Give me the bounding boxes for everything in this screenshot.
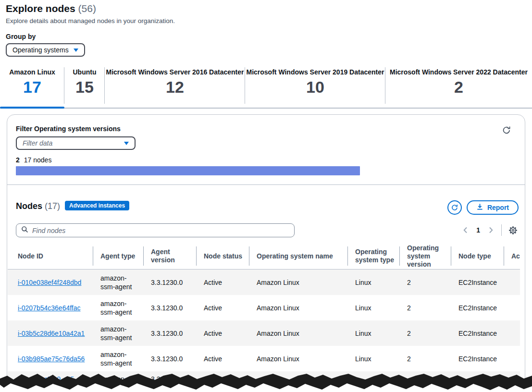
chevron-down-icon	[124, 142, 129, 145]
os-tab-count: 10	[306, 78, 324, 96]
cell-os-type: Linux	[347, 346, 399, 371]
cell-account	[504, 320, 520, 346]
cell-agent-type: amazon-ssm-agent	[93, 320, 143, 346]
chevron-down-icon	[74, 49, 78, 52]
nodes-actions: Report	[447, 200, 519, 215]
column-header-operating-system-version: Operating system version	[399, 243, 451, 269]
cell-os-type: Linux	[347, 270, 399, 295]
os-tab-microsoft-windows-server-2022-datacenter[interactable]: Microsoft Windows Server 2022 Datacenter…	[385, 65, 532, 108]
cell-os-name: Amazon Linux	[249, 320, 347, 346]
section-divider	[7, 184, 525, 185]
download-icon	[476, 203, 483, 212]
cell-os-type	[347, 371, 399, 375]
os-tab-microsoft-windows-server-2019-datacenter[interactable]: Microsoft Windows Server 2019 Datacenter…	[245, 65, 385, 108]
cell-node-type: EC2Instance	[451, 320, 504, 346]
search-input[interactable]	[32, 227, 289, 234]
cell-os-name: Amazon Linux	[249, 270, 347, 295]
find-nodes-search[interactable]	[16, 223, 295, 237]
os-tab-count: 15	[75, 78, 94, 96]
os-tab-label: Microsoft Windows Server 2016 Datacenter	[106, 68, 244, 76]
table-header-row: Node IDAgent typeAgent versionNode statu…	[8, 243, 520, 270]
os-tab-count: 12	[166, 78, 184, 96]
cell-agent-type: amazon-ssm-agent	[93, 295, 143, 320]
node-id-link[interactable]: i-0207b54c36e64ffac	[18, 304, 81, 312]
refresh-icon[interactable]	[502, 125, 511, 137]
bar-legend: 217 nodes	[16, 156, 51, 164]
column-header-node-type: Node type	[451, 243, 504, 269]
cell-agent-version: 3.3.1230.0	[143, 346, 196, 371]
group-by-label: Group by	[6, 33, 36, 40]
cell-node-id: i-03b5c28d6e10a42a1	[8, 320, 93, 346]
node-id-link[interactable]: i-03b985ae75c76da56	[18, 355, 85, 363]
cell-os-name	[249, 371, 347, 375]
node-id-link[interactable]: i-010e038ef4f248dbd	[18, 278, 81, 287]
table-row: i-03b5c28d6e10a42a1amazon-ssm-agent3.3.1…	[8, 320, 520, 346]
cell-node-status: Active	[196, 346, 249, 371]
node-id-link-fragment[interactable]: 38fbc5	[31, 375, 51, 383]
cell-os-version	[399, 371, 451, 375]
group-by-select[interactable]: Operating systems	[6, 43, 85, 57]
filter-data-select[interactable]: Filter data	[16, 136, 136, 150]
cell-agent-type: amazon-ssm-agent	[93, 270, 143, 295]
column-header-operating-system-type: Operating system type	[347, 243, 399, 269]
cell-agent-version: 3.3.1230.0	[143, 295, 196, 320]
cell-account	[504, 270, 520, 295]
cell-node-status: Active	[196, 320, 249, 346]
node-id-link-fragment[interactable]: i-0	[18, 375, 25, 383]
node-id-link-fragment[interactable]: 05	[66, 375, 74, 383]
cell-agent-version: 3.3.1230.0	[143, 320, 196, 346]
gear-icon[interactable]	[507, 225, 519, 236]
group-by-select-value: Operating systems	[12, 46, 69, 54]
cell-node-type: EC2Instance	[451, 295, 504, 320]
page-subtitle: Explore details about managed nodes in y…	[6, 17, 175, 24]
table-row: i-0207b54c36e64ffacamazon-ssm-agent3.3.1…	[8, 295, 520, 320]
cell-os-name: Amazon Linux	[249, 295, 347, 320]
filter-section-title: Filter Operating system versions	[16, 125, 121, 133]
os-tab-microsoft-windows-server-2016-datacenter[interactable]: Microsoft Windows Server 2016 Datacenter…	[105, 65, 245, 108]
page-title: Explore nodes (56)	[6, 3, 96, 14]
cell-os-version: 2	[399, 295, 451, 320]
refresh-button[interactable]	[447, 200, 462, 215]
os-tab-label: Amazon Linux	[9, 68, 55, 76]
nodes-section-title: Nodes (17)Advanced instances	[16, 201, 129, 212]
explore-nodes-page: Explore nodes (56) Explore details about…	[0, 0, 532, 392]
previous-page-button[interactable]	[461, 225, 470, 235]
cell-node-id: i-0207b54c36e64ffac	[8, 295, 93, 320]
cell-os-version: 2	[399, 320, 451, 346]
cell-node-id: i-010e038ef4f248dbd	[8, 270, 93, 295]
column-header-agent-type: Agent type	[93, 243, 143, 269]
cell-agent-version: 3.3.1	[143, 371, 196, 383]
next-page-button[interactable]	[486, 225, 495, 235]
active-tab-underline	[0, 107, 64, 109]
cell-agent-version: 3.3.1230.0	[143, 270, 196, 295]
table-row: i-010e038ef4f248dbdamazon-ssm-agent3.3.1…	[8, 270, 520, 295]
node-id-link[interactable]: i-03b5c28d6e10a42a1	[18, 329, 85, 338]
column-header-operating-system-name: Operating system name	[249, 243, 347, 269]
os-tab-strip: Amazon Linux17Ubuntu15Microsoft Windows …	[0, 65, 532, 109]
cell-node-type: EC2Instance	[451, 346, 504, 371]
report-button-label: Report	[487, 204, 509, 211]
filter-data-placeholder: Filter data	[23, 139, 52, 147]
report-button[interactable]: Report	[467, 200, 519, 215]
column-header-node-status: Node status	[196, 243, 249, 269]
os-tab-label: Microsoft Windows Server 2019 Datacenter	[247, 68, 384, 76]
nodes-title-count: (17)	[45, 201, 60, 211]
os-tab-ubuntu[interactable]: Ubuntu15	[64, 65, 105, 108]
cell-account	[504, 371, 520, 375]
table-row: i-03b985ae75c76da56amazon-ssm-agent3.3.1…	[8, 346, 520, 371]
column-header-node-id: Node ID	[8, 243, 93, 269]
cell-os-name: Amazon Linux	[249, 346, 347, 371]
bar-legend-key: 2	[16, 156, 20, 164]
cell-node-type	[451, 371, 504, 375]
cell-os-type: Linux	[347, 295, 399, 320]
cell-agent-type: amazon-ssm-agent	[93, 346, 143, 371]
node-id-link-fragment[interactable]: 9	[57, 375, 61, 383]
cell-agent-type: amazon-	[93, 371, 143, 383]
page-number[interactable]: 1	[473, 226, 483, 234]
os-tab-amazon-linux[interactable]: Amazon Linux17	[0, 65, 64, 108]
cell-node-type: EC2Instance	[451, 270, 504, 295]
nodes-table: Node IDAgent typeAgent versionNode statu…	[8, 243, 520, 392]
os-version-bar[interactable]	[16, 166, 360, 175]
page-title-text: Explore nodes	[6, 3, 75, 14]
cell-node-status: Active	[196, 295, 249, 320]
